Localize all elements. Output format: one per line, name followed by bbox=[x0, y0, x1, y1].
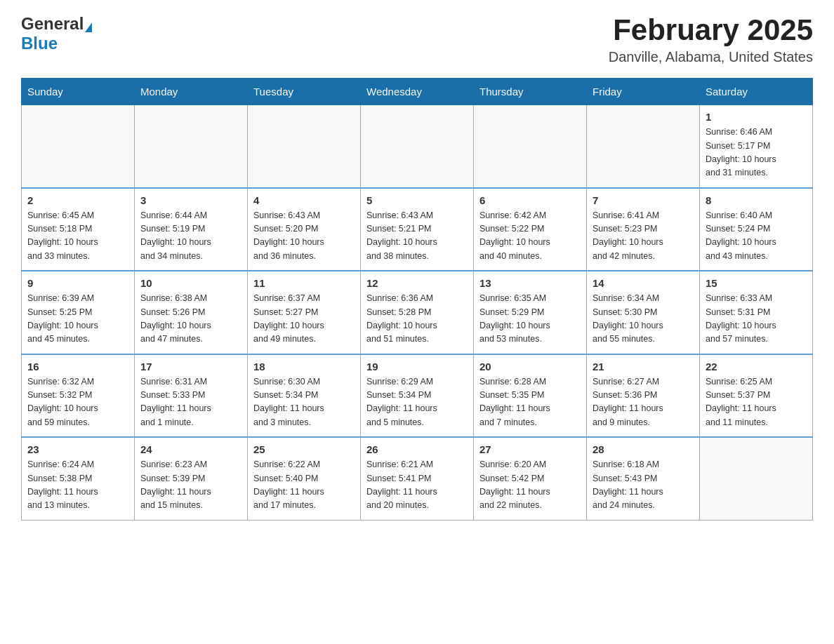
day-info: Sunrise: 6:29 AM Sunset: 5:34 PM Dayligh… bbox=[366, 375, 468, 430]
day-number: 3 bbox=[140, 194, 241, 206]
calendar-header-row: SundayMondayTuesdayWednesdayThursdayFrid… bbox=[22, 79, 813, 105]
calendar-day-cell: 21Sunrise: 6:27 AM Sunset: 5:36 PM Dayli… bbox=[587, 354, 700, 438]
logo-blue-text: Blue bbox=[21, 34, 58, 53]
day-number: 9 bbox=[27, 277, 128, 289]
day-info: Sunrise: 6:24 AM Sunset: 5:38 PM Dayligh… bbox=[27, 458, 128, 513]
calendar-day-cell: 3Sunrise: 6:44 AM Sunset: 5:19 PM Daylig… bbox=[135, 188, 248, 271]
day-info: Sunrise: 6:37 AM Sunset: 5:27 PM Dayligh… bbox=[253, 292, 355, 347]
calendar-day-cell: 4Sunrise: 6:43 AM Sunset: 5:20 PM Daylig… bbox=[248, 188, 361, 271]
day-number: 22 bbox=[706, 361, 807, 373]
calendar-day-cell: 20Sunrise: 6:28 AM Sunset: 5:35 PM Dayli… bbox=[474, 354, 587, 438]
page-header: General Blue February 2025 Danville, Ala… bbox=[21, 14, 813, 65]
day-of-week-header: Wednesday bbox=[361, 79, 474, 105]
day-number: 21 bbox=[593, 361, 694, 373]
calendar-week-row: 9Sunrise: 6:39 AM Sunset: 5:25 PM Daylig… bbox=[22, 271, 813, 354]
calendar-day-cell bbox=[135, 105, 248, 188]
calendar-day-cell: 26Sunrise: 6:21 AM Sunset: 5:41 PM Dayli… bbox=[361, 437, 474, 520]
day-info: Sunrise: 6:28 AM Sunset: 5:35 PM Dayligh… bbox=[479, 375, 581, 430]
location-title: Danville, Alabama, United States bbox=[609, 49, 813, 65]
day-info: Sunrise: 6:20 AM Sunset: 5:42 PM Dayligh… bbox=[479, 458, 581, 513]
title-block: February 2025 Danville, Alabama, United … bbox=[609, 14, 813, 65]
calendar-day-cell: 17Sunrise: 6:31 AM Sunset: 5:33 PM Dayli… bbox=[135, 354, 248, 438]
calendar-day-cell: 1Sunrise: 6:46 AM Sunset: 5:17 PM Daylig… bbox=[700, 105, 813, 188]
day-info: Sunrise: 6:36 AM Sunset: 5:28 PM Dayligh… bbox=[366, 292, 468, 347]
day-number: 4 bbox=[253, 194, 355, 206]
day-info: Sunrise: 6:23 AM Sunset: 5:39 PM Dayligh… bbox=[140, 458, 241, 513]
calendar-day-cell: 24Sunrise: 6:23 AM Sunset: 5:39 PM Dayli… bbox=[135, 437, 248, 520]
day-number: 12 bbox=[366, 277, 468, 289]
day-info: Sunrise: 6:18 AM Sunset: 5:43 PM Dayligh… bbox=[593, 458, 694, 513]
day-of-week-header: Monday bbox=[135, 79, 248, 105]
day-number: 14 bbox=[593, 277, 694, 289]
day-info: Sunrise: 6:33 AM Sunset: 5:31 PM Dayligh… bbox=[706, 292, 807, 347]
calendar-day-cell: 5Sunrise: 6:43 AM Sunset: 5:21 PM Daylig… bbox=[361, 188, 474, 271]
day-number: 25 bbox=[253, 443, 355, 455]
day-info: Sunrise: 6:22 AM Sunset: 5:40 PM Dayligh… bbox=[253, 458, 355, 513]
calendar-day-cell: 23Sunrise: 6:24 AM Sunset: 5:38 PM Dayli… bbox=[22, 437, 135, 520]
day-info: Sunrise: 6:45 AM Sunset: 5:18 PM Dayligh… bbox=[27, 209, 128, 264]
calendar-week-row: 16Sunrise: 6:32 AM Sunset: 5:32 PM Dayli… bbox=[22, 354, 813, 438]
calendar-day-cell: 16Sunrise: 6:32 AM Sunset: 5:32 PM Dayli… bbox=[22, 354, 135, 438]
day-info: Sunrise: 6:27 AM Sunset: 5:36 PM Dayligh… bbox=[593, 375, 694, 430]
calendar-week-row: 23Sunrise: 6:24 AM Sunset: 5:38 PM Dayli… bbox=[22, 437, 813, 520]
day-info: Sunrise: 6:35 AM Sunset: 5:29 PM Dayligh… bbox=[479, 292, 581, 347]
calendar-day-cell: 12Sunrise: 6:36 AM Sunset: 5:28 PM Dayli… bbox=[361, 271, 474, 354]
calendar-day-cell bbox=[248, 105, 361, 188]
calendar-day-cell bbox=[474, 105, 587, 188]
day-info: Sunrise: 6:31 AM Sunset: 5:33 PM Dayligh… bbox=[140, 375, 241, 430]
calendar-day-cell: 25Sunrise: 6:22 AM Sunset: 5:40 PM Dayli… bbox=[248, 437, 361, 520]
day-info: Sunrise: 6:25 AM Sunset: 5:37 PM Dayligh… bbox=[706, 375, 807, 430]
calendar-day-cell: 6Sunrise: 6:42 AM Sunset: 5:22 PM Daylig… bbox=[474, 188, 587, 271]
day-number: 23 bbox=[27, 443, 128, 455]
day-of-week-header: Thursday bbox=[474, 79, 587, 105]
calendar-day-cell: 22Sunrise: 6:25 AM Sunset: 5:37 PM Dayli… bbox=[700, 354, 813, 438]
day-number: 16 bbox=[27, 361, 128, 373]
day-of-week-header: Friday bbox=[587, 79, 700, 105]
day-number: 27 bbox=[479, 443, 581, 455]
day-number: 5 bbox=[366, 194, 468, 206]
calendar-day-cell: 14Sunrise: 6:34 AM Sunset: 5:30 PM Dayli… bbox=[587, 271, 700, 354]
day-info: Sunrise: 6:43 AM Sunset: 5:20 PM Dayligh… bbox=[253, 209, 355, 264]
calendar-week-row: 2Sunrise: 6:45 AM Sunset: 5:18 PM Daylig… bbox=[22, 188, 813, 271]
day-number: 19 bbox=[366, 361, 468, 373]
calendar-day-cell bbox=[700, 437, 813, 520]
calendar-day-cell: 2Sunrise: 6:45 AM Sunset: 5:18 PM Daylig… bbox=[22, 188, 135, 271]
day-info: Sunrise: 6:38 AM Sunset: 5:26 PM Dayligh… bbox=[140, 292, 241, 347]
day-number: 13 bbox=[479, 277, 581, 289]
day-number: 20 bbox=[479, 361, 581, 373]
day-number: 18 bbox=[253, 361, 355, 373]
day-number: 15 bbox=[706, 277, 807, 289]
calendar-week-row: 1Sunrise: 6:46 AM Sunset: 5:17 PM Daylig… bbox=[22, 105, 813, 188]
day-info: Sunrise: 6:41 AM Sunset: 5:23 PM Dayligh… bbox=[593, 209, 694, 264]
day-info: Sunrise: 6:46 AM Sunset: 5:17 PM Dayligh… bbox=[706, 126, 807, 180]
calendar-day-cell: 18Sunrise: 6:30 AM Sunset: 5:34 PM Dayli… bbox=[248, 354, 361, 438]
day-of-week-header: Sunday bbox=[22, 79, 135, 105]
day-number: 6 bbox=[479, 194, 581, 206]
calendar-table: SundayMondayTuesdayWednesdayThursdayFrid… bbox=[21, 78, 813, 521]
day-info: Sunrise: 6:40 AM Sunset: 5:24 PM Dayligh… bbox=[706, 209, 807, 264]
day-info: Sunrise: 6:44 AM Sunset: 5:19 PM Dayligh… bbox=[140, 209, 241, 264]
calendar-day-cell bbox=[361, 105, 474, 188]
logo-general-text: General bbox=[21, 14, 84, 34]
day-of-week-header: Tuesday bbox=[248, 79, 361, 105]
day-number: 11 bbox=[253, 277, 355, 289]
day-info: Sunrise: 6:34 AM Sunset: 5:30 PM Dayligh… bbox=[593, 292, 694, 347]
day-info: Sunrise: 6:42 AM Sunset: 5:22 PM Dayligh… bbox=[479, 209, 581, 264]
calendar-day-cell: 7Sunrise: 6:41 AM Sunset: 5:23 PM Daylig… bbox=[587, 188, 700, 271]
day-info: Sunrise: 6:43 AM Sunset: 5:21 PM Dayligh… bbox=[366, 209, 468, 264]
day-number: 2 bbox=[27, 194, 128, 206]
day-info: Sunrise: 6:39 AM Sunset: 5:25 PM Dayligh… bbox=[27, 292, 128, 347]
day-number: 10 bbox=[140, 277, 241, 289]
day-info: Sunrise: 6:30 AM Sunset: 5:34 PM Dayligh… bbox=[253, 375, 355, 430]
calendar-day-cell: 11Sunrise: 6:37 AM Sunset: 5:27 PM Dayli… bbox=[248, 271, 361, 354]
day-info: Sunrise: 6:21 AM Sunset: 5:41 PM Dayligh… bbox=[366, 458, 468, 513]
logo: General Blue bbox=[21, 14, 92, 53]
day-info: Sunrise: 6:32 AM Sunset: 5:32 PM Dayligh… bbox=[27, 375, 128, 430]
calendar-day-cell: 10Sunrise: 6:38 AM Sunset: 5:26 PM Dayli… bbox=[135, 271, 248, 354]
calendar-day-cell: 28Sunrise: 6:18 AM Sunset: 5:43 PM Dayli… bbox=[587, 437, 700, 520]
calendar-day-cell bbox=[587, 105, 700, 188]
calendar-day-cell bbox=[22, 105, 135, 188]
day-number: 17 bbox=[140, 361, 241, 373]
calendar-day-cell: 13Sunrise: 6:35 AM Sunset: 5:29 PM Dayli… bbox=[474, 271, 587, 354]
day-number: 28 bbox=[593, 443, 694, 455]
